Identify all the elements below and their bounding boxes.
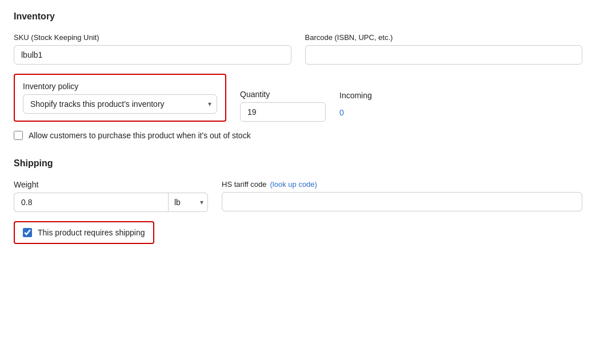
weight-input[interactable] xyxy=(14,193,168,212)
hs-group: HS tariff code (look up code) xyxy=(222,180,582,211)
hs-input[interactable] xyxy=(222,192,582,211)
weight-unit-select-wrapper: lb kg oz g ▾ xyxy=(168,193,208,212)
hs-label-row: HS tariff code (look up code) xyxy=(222,180,582,189)
inventory-policy-row: Inventory policy Shopify tracks this pro… xyxy=(14,74,582,122)
quantity-label: Quantity xyxy=(240,90,326,99)
inventory-policy-label: Inventory policy xyxy=(23,82,217,91)
weight-unit-select[interactable]: lb kg oz g xyxy=(168,193,208,212)
shipping-section: Shipping Weight lb kg oz g ▾ HS tar xyxy=(14,158,582,244)
inventory-policy-group: Inventory policy Shopify tracks this pro… xyxy=(23,82,217,114)
weight-label: Weight xyxy=(14,180,208,189)
shipping-title: Shipping xyxy=(14,158,582,169)
requires-shipping-highlighted-box: This product requires shipping xyxy=(14,221,154,244)
inventory-policy-select[interactable]: Shopify tracks this product's inventory … xyxy=(23,94,217,114)
weight-hs-row: Weight lb kg oz g ▾ HS tariff code (look… xyxy=(14,180,582,212)
hs-label-text: HS tariff code xyxy=(222,180,267,189)
hs-lookup-link[interactable]: (look up code) xyxy=(270,180,317,189)
inventory-policy-highlighted-box: Inventory policy Shopify tracks this pro… xyxy=(14,74,226,122)
weight-form-group: Weight lb kg oz g ▾ xyxy=(14,180,208,212)
barcode-group: Barcode (ISBN, UPC, etc.) xyxy=(305,33,583,65)
sku-barcode-row: SKU (Stock Keeping Unit) Barcode (ISBN, … xyxy=(14,33,582,65)
inventory-section: Inventory SKU (Stock Keeping Unit) Barco… xyxy=(14,11,582,140)
quantity-group: Quantity xyxy=(240,90,326,122)
sku-label: SKU (Stock Keeping Unit) xyxy=(14,33,291,42)
incoming-value[interactable]: 0 xyxy=(339,103,372,122)
quantity-input[interactable] xyxy=(240,102,326,122)
out-of-stock-label[interactable]: Allow customers to purchase this product… xyxy=(29,131,251,140)
incoming-label: Incoming xyxy=(339,91,372,100)
requires-shipping-label[interactable]: This product requires shipping xyxy=(38,228,145,237)
out-of-stock-checkbox[interactable] xyxy=(14,131,23,140)
sku-group: SKU (Stock Keeping Unit) xyxy=(14,33,291,65)
barcode-label: Barcode (ISBN, UPC, etc.) xyxy=(305,33,583,42)
out-of-stock-row: Allow customers to purchase this product… xyxy=(14,131,582,140)
inventory-policy-select-wrapper: Shopify tracks this product's inventory … xyxy=(23,94,217,114)
inventory-title: Inventory xyxy=(14,11,582,22)
requires-shipping-checkbox[interactable] xyxy=(23,228,32,237)
barcode-input[interactable] xyxy=(305,45,583,65)
incoming-group: Incoming 0 xyxy=(339,91,372,122)
weight-input-group: lb kg oz g ▾ xyxy=(14,193,208,212)
sku-input[interactable] xyxy=(14,45,291,65)
